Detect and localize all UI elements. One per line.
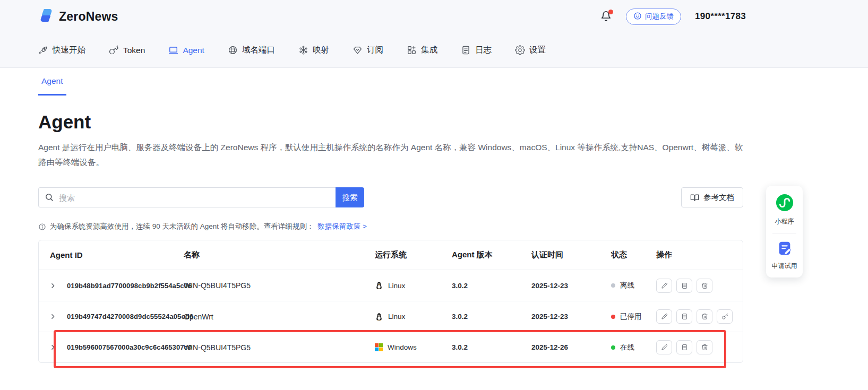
row-name: WIN-Q5BUI4T5PG5	[184, 343, 375, 352]
log-button[interactable]	[676, 309, 692, 324]
document-icon	[461, 45, 471, 55]
row-time: 2025-12-23	[531, 282, 611, 290]
chevron-right-icon	[49, 344, 56, 351]
nav-label: 映射	[313, 45, 329, 56]
nav-item-settings[interactable]: 设置	[515, 45, 546, 56]
nav-item-integrations[interactable]: 集成	[407, 45, 437, 56]
row-actions	[656, 340, 743, 354]
main-nav: 快速开始 Token Agent	[38, 33, 746, 67]
info-icon	[38, 223, 46, 231]
col-actions: 操作	[656, 250, 743, 260]
row-id: 019b48b91ad7700098cb9b2f554a5c06	[67, 282, 184, 290]
row-id: 019b596007567000a30c9c6c465307c0	[67, 343, 184, 351]
row-actions	[656, 279, 743, 293]
top-band: ZeroNews 问题反馈 190****1783	[0, 0, 868, 68]
account-phone[interactable]: 190****1783	[695, 11, 746, 22]
globe-icon	[228, 45, 238, 55]
main-content: Agent Agent 是运行在用户电脑、服务器及终端设备上的 ZeroNews…	[0, 111, 781, 363]
status-dot	[611, 315, 615, 319]
retention-policy-link[interactable]: 数据保留政策 >	[317, 222, 367, 231]
nav-label: 日志	[475, 45, 492, 56]
table-row: 019b48b91ad7700098cb9b2f554a5c06 WIN-Q5B…	[39, 270, 743, 301]
row-name: OpenWrt	[184, 313, 375, 321]
os-label: Linux	[388, 313, 405, 320]
tab-agent[interactable]: Agent	[38, 68, 66, 96]
reference-docs-label: 参考文档	[703, 193, 734, 203]
edit-button[interactable]	[656, 309, 672, 324]
laptop-icon	[168, 45, 178, 55]
log-button[interactable]	[676, 279, 692, 293]
search-icon	[45, 193, 54, 204]
search-box: 搜索	[38, 187, 364, 207]
sub-nav: Agent	[0, 68, 868, 96]
status-label: 已停用	[620, 312, 642, 322]
expand-row-button[interactable]	[48, 281, 57, 290]
float-panel: 小程序 申请试用	[766, 186, 803, 278]
col-status: 状态	[611, 250, 656, 260]
edit-button[interactable]	[656, 279, 672, 293]
nav-item-mapping[interactable]: 映射	[298, 45, 329, 56]
os-label: Windows	[388, 343, 417, 351]
log-button[interactable]	[676, 340, 692, 354]
row-actions	[656, 309, 743, 324]
nav-item-agent[interactable]: Agent	[168, 45, 204, 55]
panel-divider	[772, 233, 796, 233]
key-icon	[109, 45, 119, 55]
nav-label: 订阅	[367, 45, 383, 56]
status-dot	[611, 283, 615, 288]
os-icon	[375, 313, 383, 321]
agent-table: Agent ID 名称 运行系统 Agent 版本 认证时间 状态 操作 019…	[38, 240, 743, 363]
delete-button[interactable]	[697, 340, 712, 354]
brand[interactable]: ZeroNews	[38, 7, 118, 25]
gear-icon	[515, 45, 525, 55]
gem-icon	[353, 45, 363, 55]
chevron-right-icon	[49, 282, 56, 289]
page-description: Agent 是运行在用户电脑、服务器及终端设备上的 ZeroNews 程序，默认…	[38, 140, 743, 170]
os-icon	[375, 281, 383, 290]
nav-label: 快速开始	[53, 45, 85, 56]
nav-item-token[interactable]: Token	[109, 45, 145, 55]
grid-plus-icon	[407, 45, 417, 55]
col-agent-id: Agent ID	[39, 250, 184, 259]
feedback-button[interactable]: 问题反馈	[626, 8, 681, 25]
mini-program-item[interactable]: 小程序	[769, 194, 800, 226]
status-dot	[611, 345, 615, 350]
delete-button[interactable]	[697, 309, 712, 324]
nav-item-domain-port[interactable]: 域名端口	[228, 45, 275, 56]
apply-trial-item[interactable]: 申请试用	[769, 240, 800, 271]
notification-badge	[608, 10, 613, 14]
status-label: 在线	[620, 343, 634, 352]
reference-docs-button[interactable]: 参考文档	[681, 187, 743, 207]
table-row: 019b596007567000a30c9c6c465307c0 WIN-Q5B…	[39, 332, 743, 362]
search-button[interactable]: 搜索	[336, 187, 364, 207]
nav-item-quickstart[interactable]: 快速开始	[38, 45, 85, 56]
top-bar: ZeroNews 问题反馈 190****1783	[38, 0, 746, 33]
delete-button[interactable]	[697, 279, 712, 293]
notice-text: 为确保系统资源高效使用，连续 90 天未活跃的 Agent 将自动移除。查看详细…	[50, 222, 314, 231]
col-version: Agent 版本	[452, 250, 531, 260]
nav-label: 集成	[421, 45, 437, 56]
feedback-label: 问题反馈	[645, 12, 674, 21]
expand-row-button[interactable]	[48, 343, 57, 352]
brand-name: ZeroNews	[59, 10, 118, 24]
search-input[interactable]	[38, 187, 336, 207]
nav-label: 设置	[529, 45, 546, 56]
row-time: 2025-12-26	[531, 343, 611, 351]
expand-row-button[interactable]	[48, 312, 57, 321]
miniprogram-icon	[776, 204, 794, 213]
row-version: 3.0.2	[452, 343, 531, 351]
table-header: Agent ID 名称 运行系统 Agent 版本 认证时间 状态 操作	[39, 240, 743, 270]
row-id: 019b49747d4270008d9dc55524a05ed6	[67, 313, 184, 320]
nav-item-subscribe[interactable]: 订阅	[353, 45, 383, 56]
row-version: 3.0.2	[452, 282, 531, 290]
row-name: WIN-Q5BUI4T5PG5	[184, 281, 375, 290]
key-button[interactable]	[717, 309, 733, 324]
page-title: Agent	[38, 111, 781, 133]
nav-label: 域名端口	[242, 45, 275, 56]
os-icon	[375, 343, 383, 351]
retention-notice: 为确保系统资源高效使用，连续 90 天未活跃的 Agent 将自动移除。查看详细…	[38, 222, 781, 231]
notification-bell-icon[interactable]	[600, 10, 612, 23]
nav-item-logs[interactable]: 日志	[461, 45, 492, 56]
edit-button[interactable]	[656, 340, 672, 354]
zeronews-logo-icon	[38, 7, 54, 25]
